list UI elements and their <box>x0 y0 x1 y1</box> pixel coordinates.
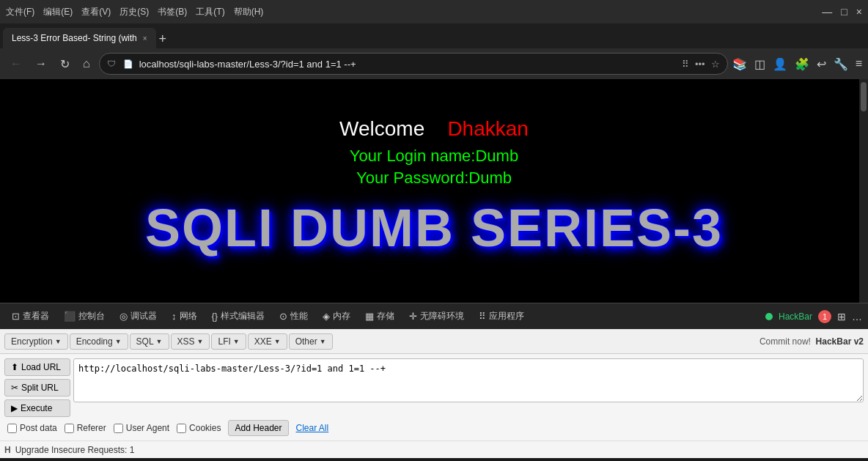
reload-button[interactable]: ↻ <box>56 54 74 74</box>
menu-bar: 文件(F) 编辑(E) 查看(V) 历史(S) 书签(B) 工具(T) 帮助(H… <box>6 6 263 18</box>
xss-dropdown[interactable]: XSS ▼ <box>171 333 210 350</box>
welcome-text: Welcome Dhakkan <box>339 117 529 141</box>
tab-bar: Less-3 Error Based- String (with × + <box>0 23 868 48</box>
sql-label: SQL <box>136 336 154 347</box>
referer-checkbox-label[interactable]: Referer <box>65 423 106 433</box>
referer-label: Referer <box>77 423 106 433</box>
encryption-arrow-icon: ▼ <box>55 338 62 345</box>
forward-button[interactable]: → <box>31 54 51 73</box>
post-data-checkbox-label[interactable]: Post data <box>7 423 57 433</box>
devtools-right: HackBar 1 ⊞ … <box>765 310 862 323</box>
application-icon: ⠿ <box>479 311 486 322</box>
welcome-section: Welcome Dhakkan Your Login name:Dumb You… <box>339 117 529 191</box>
application-button[interactable]: ⠿ 应用程序 <box>473 307 530 325</box>
sqli-logo-section: SQLI DUMB SERIES-3 <box>145 191 723 265</box>
minimize-button[interactable]: — <box>822 6 832 18</box>
storage-button[interactable]: ▦ 存储 <box>359 307 400 325</box>
window-controls: — □ × <box>822 6 862 18</box>
undo-icon[interactable]: ↩ <box>817 57 826 71</box>
devtools-bar: ⊡ 查看器 ⬛ 控制台 ◎ 调试器 ↕ 网络 {} 样式编辑器 ⊙ 性能 ◈ 内… <box>0 303 868 329</box>
memory-label: 内存 <box>333 310 350 322</box>
accessibility-label: 无障碍环境 <box>420 310 464 322</box>
add-header-button[interactable]: Add Header <box>228 420 288 436</box>
sidebar-icon[interactable]: ◫ <box>754 57 765 71</box>
other-label: Other <box>295 336 317 347</box>
sql-dropdown[interactable]: SQL ▼ <box>130 333 169 350</box>
title-bar: 文件(F) 编辑(E) 查看(V) 历史(S) 书签(B) 工具(T) 帮助(H… <box>0 0 868 23</box>
split-url-icon: ✂ <box>11 383 18 393</box>
execute-button[interactable]: ▶ Execute <box>4 399 70 417</box>
debugger-label: 调试器 <box>130 310 157 322</box>
scroll-bar[interactable] <box>859 79 868 303</box>
back-button[interactable]: ← <box>6 54 26 73</box>
active-tab[interactable]: Less-3 Error Based- String (with × <box>3 28 156 48</box>
extensions-icon[interactable]: 🧩 <box>795 57 809 71</box>
memory-button[interactable]: ◈ 内存 <box>317 307 356 325</box>
encoding-label: Encoding <box>76 336 113 347</box>
accessibility-button[interactable]: ✛ 无障碍环境 <box>403 307 470 325</box>
encoding-dropdown[interactable]: Encoding ▼ <box>70 333 128 350</box>
bookmark-icon[interactable]: ☆ <box>711 59 720 70</box>
menu-bookmarks[interactable]: 书签(B) <box>158 6 187 18</box>
encoding-arrow-icon: ▼ <box>115 338 122 345</box>
customize-icon[interactable]: 🔧 <box>834 57 848 71</box>
address-bar[interactable]: 🛡 📄 localhost/sqli-labs-master/Less-3/?i… <box>99 53 728 75</box>
password-value: Dumb <box>468 169 512 187</box>
console-icon: ⬛ <box>64 311 76 322</box>
qr-icon[interactable]: ⠿ <box>682 59 689 70</box>
hackbar-action-buttons: ⬆ Load URL ✂ Split URL ▶ Execute <box>4 358 70 417</box>
hackbar-status-dot <box>765 313 773 320</box>
password-display: Your Password:Dumb <box>339 169 529 188</box>
close-button[interactable]: × <box>856 6 862 18</box>
clear-all-button[interactable]: Clear All <box>296 423 329 433</box>
menu-history[interactable]: 历史(S) <box>119 6 149 18</box>
storage-icon: ▦ <box>365 311 374 322</box>
menu-edit[interactable]: 编辑(E) <box>43 6 73 18</box>
memory-icon: ◈ <box>323 311 330 322</box>
new-tab-button[interactable]: + <box>159 32 167 48</box>
nav-right-icons: 📚 ◫ 👤 🧩 ↩ 🔧 ≡ <box>732 57 862 71</box>
menu-icon[interactable]: ≡ <box>856 57 862 70</box>
devtools-layout-icon[interactable]: ⊞ <box>837 311 846 322</box>
maximize-button[interactable]: □ <box>841 6 847 18</box>
menu-help[interactable]: 帮助(H) <box>234 6 264 18</box>
cookies-checkbox[interactable] <box>177 424 186 433</box>
split-url-button[interactable]: ✂ Split URL <box>4 379 70 397</box>
performance-icon: ⊙ <box>279 311 287 322</box>
commit-version-text: HackBar v2 <box>816 336 864 347</box>
load-url-button[interactable]: ⬆ Load URL <box>4 358 70 376</box>
scroll-thumb[interactable] <box>861 82 867 111</box>
more-options-icon[interactable]: ••• <box>695 59 705 70</box>
login-name-label: Your Login name: <box>350 147 476 165</box>
referer-checkbox[interactable] <box>65 424 74 433</box>
execute-icon: ▶ <box>11 403 18 413</box>
hackbar-options-row: Post data Referer User Agent Cookies Add… <box>4 420 864 436</box>
user-agent-checkbox[interactable] <box>114 424 123 433</box>
account-icon[interactable]: 👤 <box>773 57 787 71</box>
hackbar-bottom-bar: H Upgrade Insecure Requests: 1 <box>0 440 868 458</box>
xxe-dropdown[interactable]: XXE ▼ <box>248 333 287 350</box>
debugger-button[interactable]: ◎ 调试器 <box>114 307 163 325</box>
other-dropdown[interactable]: Other ▼ <box>289 333 333 350</box>
console-button[interactable]: ⬛ 控制台 <box>58 307 111 325</box>
performance-button[interactable]: ⊙ 性能 <box>273 307 314 325</box>
cookies-checkbox-label[interactable]: Cookies <box>177 423 221 433</box>
inspector-button[interactable]: ⊡ 查看器 <box>6 307 55 325</box>
network-button[interactable]: ↕ 网络 <box>166 307 203 325</box>
tab-close-button[interactable]: × <box>143 34 147 43</box>
style-editor-button[interactable]: {} 样式编辑器 <box>206 307 271 325</box>
url-input[interactable] <box>73 358 864 402</box>
encryption-dropdown[interactable]: Encryption ▼ <box>4 333 68 350</box>
load-url-label: Load URL <box>21 362 61 372</box>
lfi-dropdown[interactable]: LFI ▼ <box>211 333 246 350</box>
storage-label: 存储 <box>377 310 394 322</box>
menu-view[interactable]: 查看(V) <box>81 6 111 18</box>
library-icon[interactable]: 📚 <box>732 57 747 71</box>
home-button[interactable]: ⌂ <box>78 54 95 73</box>
user-agent-checkbox-label[interactable]: User Agent <box>114 423 169 433</box>
hackbar-label[interactable]: HackBar <box>779 311 812 322</box>
post-data-checkbox[interactable] <box>7 424 17 433</box>
menu-tools[interactable]: 工具(T) <box>196 6 224 18</box>
devtools-more-icon[interactable]: … <box>852 311 862 322</box>
menu-file[interactable]: 文件(F) <box>6 6 34 18</box>
